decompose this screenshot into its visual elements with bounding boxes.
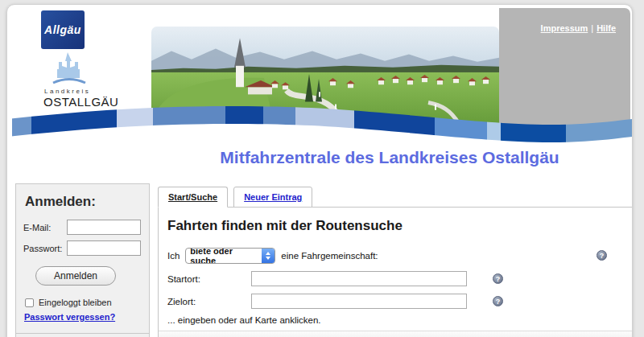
sidebar-divider [16,333,149,334]
castle-icon [49,51,89,87]
ride-type-select[interactable]: biete oder suche [185,248,275,264]
password-label: Passwort: [23,244,67,253]
top-navigation: Impressum|Hilfe [538,23,619,33]
wave-stripe-band [7,98,633,148]
allgaeu-logo: Allgäu [41,10,85,49]
select-stepper-icon [262,248,275,264]
page-title: Mitfahrzentrale des Landkreises Ostallgä… [144,148,633,167]
hilfe-link[interactable]: Hilfe [597,23,616,33]
zielort-input[interactable] [251,294,467,309]
ich-label: Ich [167,251,180,261]
tab-start-suche[interactable]: Start/Suche [158,187,228,208]
zielort-row: Zielort: ? [167,294,633,309]
allgaeu-logo-text: Allgäu [44,23,81,36]
nav-separator: | [591,23,593,33]
impressum-link[interactable]: Impressum [541,23,588,33]
search-panel: Fahrten finden mit der Routensuche Ich b… [158,207,633,337]
login-heading: Anmelden: [25,194,142,210]
startort-label: Startort: [167,274,251,284]
login-sidebar: Anmelden: E-Mail: Passwort: Anmelden Ein… [15,183,150,337]
tab-neuer-eintrag[interactable]: Neuer Eintrag [233,187,312,208]
stay-logged-in-label: Eingeloggt bleiben [39,298,112,307]
password-field[interactable] [67,240,141,256]
page-card: Allgäu Landkreis OSTALLGÄU Impressum|Hil… [6,4,633,337]
help-icon[interactable]: ? [597,250,607,261]
startort-input[interactable] [251,271,467,286]
startort-row: Startort: ? [167,271,633,286]
stay-logged-in-checkbox[interactable] [25,298,34,307]
ride-type-row: Ich biete oder suche eine Fahrgemeinscha… [167,248,633,264]
zielort-label: Zielort: [167,297,251,306]
login-button[interactable]: Anmelden [35,266,116,286]
help-icon[interactable]: ? [493,296,503,306]
email-field[interactable] [67,220,141,235]
help-icon[interactable]: ? [493,273,503,284]
fahrgemeinschaft-label: eine Fahrgemeinschaft: [281,251,378,261]
forgot-password-link[interactable]: Passwort vergessen? [24,312,115,322]
email-label: E-Mail: [23,223,67,232]
search-heading: Fahrten finden mit der Routensuche [167,218,633,234]
erweitert-toggle[interactable]: ► Erweitert [159,331,633,337]
map-hint-text: ... eingeben oder auf Karte anklicken. [167,315,633,325]
landkreis-label: Landkreis [44,88,120,95]
main-tabs: Start/Suche Neuer Eintrag [158,187,318,208]
